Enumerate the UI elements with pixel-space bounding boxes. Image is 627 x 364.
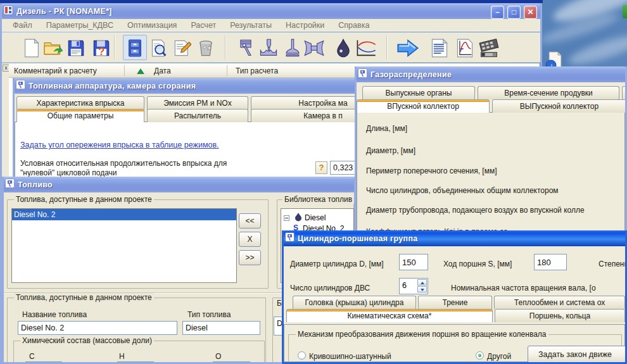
new-document-icon[interactable] (20, 37, 44, 60)
tab-kinematic-scheme[interactable]: Кинематическая схема* (286, 309, 493, 322)
injection-duration-label-line2: "нулевой" цикловой подачи (20, 168, 117, 177)
screen: Дизель - РК [NONAME*] – □ ✕ Файл Парамет… (0, 0, 627, 364)
rpm-label: Номинальная частота вращения вала, [о (451, 284, 625, 292)
cylinder-count-value: 6 (402, 281, 407, 290)
save-as-question-icon[interactable]: ? (89, 37, 113, 60)
editor-fuels-group-label: Топлива, доступные в данном проекте (14, 293, 154, 302)
injector-icon[interactable] (256, 37, 281, 60)
piston-doc-icon (16, 80, 25, 92)
fuel-titlebar[interactable]: Топливо (2, 177, 356, 192)
injection-timing-link[interactable]: Задать угол опережения впрыска в таблице… (20, 141, 219, 149)
main-window-title: Дизель - РК [NONAME*] (16, 7, 112, 16)
chem-o-input[interactable] (213, 361, 250, 362)
move-fuel-button[interactable]: >> (239, 250, 261, 265)
piston-icon[interactable] (234, 37, 258, 60)
menu-results[interactable]: Результаты (223, 21, 279, 30)
mechanism-group-label: Механизм преобразования движения поршня … (296, 330, 548, 339)
cylinder-piston-window: Цилиндро-поршневая группа Диаметр цилинд… (282, 230, 627, 364)
cylinder-titlebar[interactable]: Цилиндро-поршневая группа (282, 230, 627, 246)
menu-file[interactable]: Файл (6, 21, 39, 30)
tab-heat-exchange[interactable]: Теплообмен и система ох (494, 296, 625, 309)
chemical-composition-label: Химический состав (массовые доли) (20, 336, 154, 345)
minimize-button[interactable]: – (491, 6, 504, 19)
tab-exhaust-manifold[interactable]: ВЫПускной коллектор (492, 99, 625, 113)
run-calculation-icon[interactable] (396, 37, 420, 60)
tree-node-diesel[interactable]: Diesel (305, 213, 326, 222)
column-date[interactable]: Дата (154, 64, 171, 77)
fuel-library-group-label: Библиотека топлив (282, 195, 354, 204)
maximize-button[interactable]: □ (507, 6, 521, 19)
compression-ratio-label: Степень сж (598, 260, 625, 268)
piston-doc-icon (5, 179, 15, 191)
tab-friction[interactable]: Трение (418, 296, 492, 309)
bore-input[interactable]: 150 (399, 254, 428, 270)
valve-icon[interactable] (281, 37, 305, 60)
piston-doc-icon (358, 68, 367, 80)
tab-exhaust-organs[interactable]: Выпускные органы (362, 86, 475, 99)
tab-injection-characteristic[interactable]: Характеристика впрыска (16, 96, 144, 110)
main-window-titlebar[interactable]: Дизель - РК [NONAME*] (0, 3, 542, 19)
animation-icon[interactable] (477, 37, 501, 60)
curves-plot-icon[interactable] (354, 37, 378, 60)
fuel-type-label: Тип топлива (187, 310, 231, 319)
save-icon[interactable] (64, 37, 88, 60)
chart-icon[interactable] (453, 37, 477, 60)
spin-down-icon[interactable] (417, 286, 427, 292)
fuel-system-titlebar[interactable]: Топливная аппаратура, камера сгорания (13, 78, 405, 94)
close-button[interactable]: ✕ (524, 6, 537, 19)
report-icon[interactable] (428, 37, 452, 60)
add-fuel-button[interactable]: << (239, 213, 261, 229)
stroke-input[interactable]: 180 (534, 254, 567, 270)
project-fuels-list[interactable]: Diesel No. 2 (11, 208, 237, 283)
tree-collapse-icon[interactable] (284, 215, 289, 221)
app-icon (3, 5, 13, 18)
tab-cylinder-head[interactable]: Головка (крышка) цилиндра (293, 296, 416, 309)
chem-c-input[interactable] (25, 361, 62, 362)
tab-pm-nox-emission[interactable]: Эмиссия PM и NOx (147, 96, 248, 110)
recycle-icon[interactable] (194, 37, 218, 60)
chem-h-input[interactable] (117, 361, 154, 362)
desktop-icon-fragment[interactable] (623, 5, 627, 18)
chem-c-label: C (29, 352, 35, 361)
column-comment[interactable]: Комментарий к расчету (14, 64, 97, 77)
turbocharger-icon[interactable] (302, 37, 326, 60)
gas-field-length: Длина, [мм] (366, 124, 407, 133)
gas-titlebar[interactable]: Газораспределение (355, 66, 627, 82)
menu-settings[interactable]: Настройки (279, 21, 331, 30)
cylinder-count-spinner[interactable]: 6 (399, 278, 428, 294)
tab-time-section[interactable]: Время-сечение продувки (478, 86, 619, 99)
menu-help[interactable]: Справка (331, 21, 376, 30)
tab-intake-manifold[interactable]: ВПускной коллектор (357, 99, 490, 113)
column-calc-type[interactable]: Тип расчета (236, 64, 278, 77)
edit-document-icon[interactable] (170, 37, 194, 60)
piston-doc-icon (285, 232, 294, 244)
spin-up-icon[interactable] (417, 279, 427, 286)
motion-law-button[interactable]: Задать закон движе (528, 346, 625, 362)
gas-distribution-window: Газораспределение Выпускные органы Время… (355, 66, 627, 247)
help-button[interactable]: ? (315, 161, 327, 174)
crank-mechanism-radio[interactable] (298, 351, 306, 360)
toolbar-separator (114, 35, 115, 60)
fuel-name-input[interactable]: Diesel No. 2 (18, 321, 177, 335)
tab-atomizer[interactable]: Распылитель (147, 109, 248, 122)
toolbar: ? (2, 32, 540, 63)
database-icon[interactable] (123, 37, 147, 60)
gas-title: Газораспределение (370, 70, 452, 79)
sort-ascending-icon[interactable] (137, 68, 144, 74)
menu-engine-params[interactable]: Параметры_КДВС (39, 21, 120, 30)
preview-document-icon[interactable] (147, 37, 171, 60)
other-mechanism-radio[interactable] (476, 351, 484, 360)
open-project-icon[interactable] (41, 37, 65, 60)
gas-field-cylinders: Число цилиндров, объединенных общим колл… (366, 186, 559, 195)
tab-fragment[interactable] (622, 86, 625, 99)
menu-calculation[interactable]: Расчет (184, 21, 223, 30)
menu-optimization[interactable]: Оптимизация (120, 21, 184, 30)
list-item-selected[interactable]: Diesel No. 2 (12, 209, 236, 220)
tab-general-parameters[interactable]: Общие параметры (16, 109, 144, 122)
fuel-drop-icon[interactable] (331, 37, 355, 60)
other-mechanism-label: Другой (487, 352, 511, 361)
tab-piston-rings[interactable]: Поршень, кольца (495, 309, 625, 322)
fuel-type-input[interactable]: Diesel (182, 321, 260, 335)
remove-fuel-button[interactable]: X (239, 232, 261, 247)
toolbar-separator (225, 35, 226, 60)
